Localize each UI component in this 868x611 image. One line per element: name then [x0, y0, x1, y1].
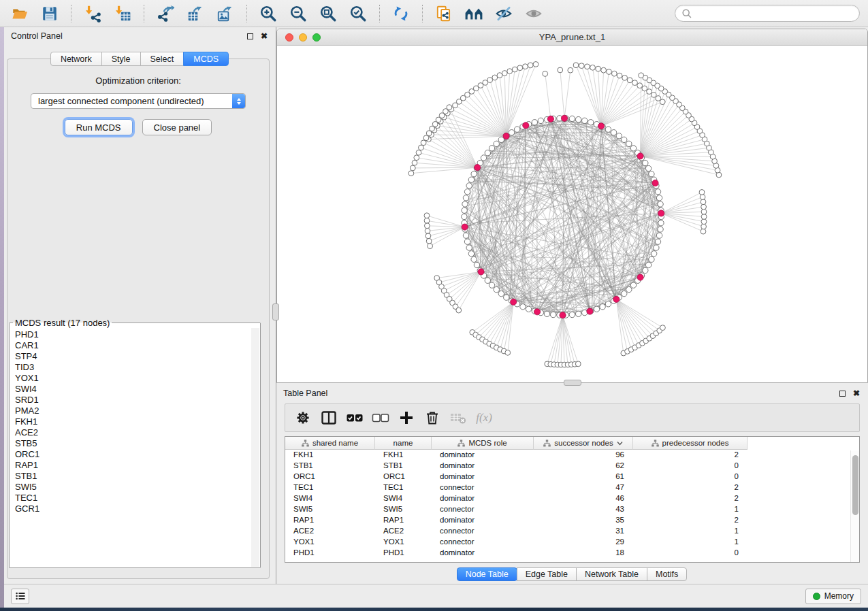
table-cell: YOX1 — [375, 537, 432, 548]
table-scrollbar[interactable] — [850, 450, 859, 562]
mcds-result-item[interactable]: PHD1 — [15, 329, 251, 340]
select-all-icon[interactable] — [344, 407, 366, 429]
table-cell: 2 — [633, 493, 748, 504]
import-table-icon[interactable] — [111, 3, 134, 24]
import-network-icon[interactable] — [81, 3, 104, 24]
mcds-result-item[interactable]: TID3 — [15, 362, 251, 373]
table-cell: TEC1 — [375, 482, 432, 493]
mcds-result-list[interactable]: PHD1CAR1STP4TID3YOX1SWI4SRD1PMA2FKH1ACE2… — [10, 328, 251, 567]
optimization-criterion-select[interactable]: largest connected component (undirected) — [31, 93, 246, 109]
table-cell: 29 — [534, 537, 633, 548]
search-icon — [681, 8, 692, 18]
table-cell: SWI4 — [285, 493, 375, 504]
memory-button[interactable]: Memory — [805, 589, 861, 604]
task-history-button[interactable] — [11, 589, 29, 604]
table-row[interactable]: TEC1TEC1connector472 — [285, 482, 859, 493]
tab-select[interactable]: Select — [140, 52, 184, 66]
table-row[interactable]: PHD1PHD1dominator180 — [285, 548, 859, 559]
delete-column-icon[interactable] — [421, 407, 443, 429]
table-cell: ACE2 — [375, 526, 432, 537]
search-input[interactable] — [695, 8, 853, 18]
zoom-in-icon[interactable] — [257, 3, 280, 24]
optimization-criterion-label: Optimization criterion: — [7, 76, 269, 86]
float-panel-icon[interactable] — [247, 33, 253, 39]
table-row[interactable]: STB1STB1dominator620 — [285, 461, 859, 472]
mcds-result-item[interactable]: GCR1 — [15, 503, 251, 514]
mcds-result-item[interactable]: YOX1 — [15, 373, 251, 384]
close-panel-button[interactable]: Close panel — [142, 119, 212, 135]
mcds-result-item[interactable]: ORC1 — [15, 449, 251, 460]
column-header-predecessor-nodes[interactable]: predecessor nodes — [633, 437, 748, 450]
table-tabs: Node TableEdge TableNetwork TableMotifs — [276, 567, 868, 581]
export-image-icon[interactable] — [214, 3, 237, 24]
tab-node-table[interactable]: Node Table — [457, 567, 517, 581]
tab-network[interactable]: Network — [50, 52, 102, 66]
zoom-out-icon[interactable] — [287, 3, 310, 24]
table-cell: RAP1 — [285, 515, 375, 526]
close-panel-icon[interactable]: ✖ — [261, 33, 268, 39]
float-table-panel-icon[interactable] — [839, 391, 846, 397]
refresh-view-icon[interactable] — [389, 3, 413, 24]
tab-edge-table[interactable]: Edge Table — [517, 567, 577, 581]
tab-network-table[interactable]: Network Table — [576, 567, 647, 581]
main-toolbar — [0, 0, 868, 27]
export-network-icon[interactable] — [154, 3, 177, 24]
network-canvas[interactable] — [277, 46, 867, 382]
add-column-icon[interactable] — [396, 407, 417, 429]
tab-motifs[interactable]: Motifs — [647, 567, 687, 581]
mcds-result-item[interactable]: STP4 — [15, 351, 251, 362]
table-cell: 2 — [633, 482, 748, 493]
run-mcds-button[interactable]: Run MCDS — [65, 119, 133, 135]
mcds-result-item[interactable]: SRD1 — [15, 395, 251, 406]
first-neighbors-icon[interactable] — [462, 3, 485, 24]
deselect-all-icon[interactable] — [370, 407, 391, 429]
table-row[interactable]: SWI4SWI4dominator462 — [285, 493, 859, 504]
table-mode-gear-icon[interactable] — [292, 407, 314, 429]
mcds-result-item[interactable]: CAR1 — [15, 340, 251, 351]
table-row[interactable]: FKH1FKH1dominator962 — [285, 450, 859, 461]
vertical-splitter-grip[interactable] — [272, 303, 279, 320]
mcds-result-item[interactable]: PMA2 — [15, 406, 251, 416]
hide-selected-icon[interactable] — [492, 3, 515, 24]
export-table-icon[interactable] — [184, 3, 207, 24]
mcds-result-item[interactable]: SWI4 — [15, 384, 251, 395]
mcds-result-item[interactable]: ACE2 — [15, 427, 251, 438]
table-cell: dominator — [432, 461, 534, 472]
mcds-result-item[interactable]: STB1 — [15, 471, 251, 482]
column-header-successor-nodes[interactable]: successor nodes — [534, 437, 633, 450]
mcds-result-item[interactable]: RAP1 — [15, 460, 251, 471]
new-network-from-selection-icon[interactable] — [432, 3, 455, 24]
close-table-panel-icon[interactable]: ✖ — [853, 391, 860, 397]
table-row[interactable]: ACE2ACE2connector311 — [285, 526, 859, 537]
column-header-mcds-role[interactable]: MCDS role — [432, 437, 534, 450]
show-all-icon — [522, 3, 545, 24]
table-header-filler — [748, 437, 859, 450]
fit-content-icon[interactable] — [317, 3, 340, 24]
table-scrollbar-thumb[interactable] — [852, 455, 858, 515]
mcds-result-scrollbar[interactable] — [251, 328, 259, 567]
zoom-selected-icon[interactable] — [347, 3, 370, 24]
toolbar-separator — [246, 5, 247, 22]
toolbar-separator — [379, 5, 380, 22]
table-row[interactable]: SWI5SWI5connector431 — [285, 504, 859, 515]
table-cell: FKH1 — [375, 450, 432, 461]
column-header-name[interactable]: name — [375, 437, 432, 450]
table-row[interactable]: RAP1RAP1dominator352 — [285, 515, 859, 526]
table-cell: STB1 — [375, 461, 432, 472]
mcds-result-item[interactable]: TEC1 — [15, 493, 251, 503]
show-column-icon[interactable] — [318, 407, 340, 429]
table-row[interactable]: YOX1YOX1connector291 — [285, 537, 859, 548]
table-row[interactable]: ORC1ORC1dominator610 — [285, 472, 859, 482]
table-cell: 35 — [534, 515, 633, 526]
mcds-result-item[interactable]: STB5 — [15, 438, 251, 449]
tab-mcds[interactable]: MCDS — [183, 52, 229, 66]
mcds-result-item[interactable]: FKH1 — [15, 416, 251, 427]
column-header-shared-name[interactable]: shared name — [285, 437, 375, 450]
tab-style[interactable]: Style — [101, 52, 141, 66]
mcds-result-item[interactable]: SWI5 — [15, 482, 251, 493]
dropdown-stepper-icon — [232, 94, 245, 108]
table-cell: 0 — [633, 461, 748, 472]
horizontal-splitter-grip[interactable] — [564, 380, 581, 386]
open-file-icon[interactable] — [8, 3, 31, 24]
save-session-icon[interactable] — [38, 3, 61, 24]
